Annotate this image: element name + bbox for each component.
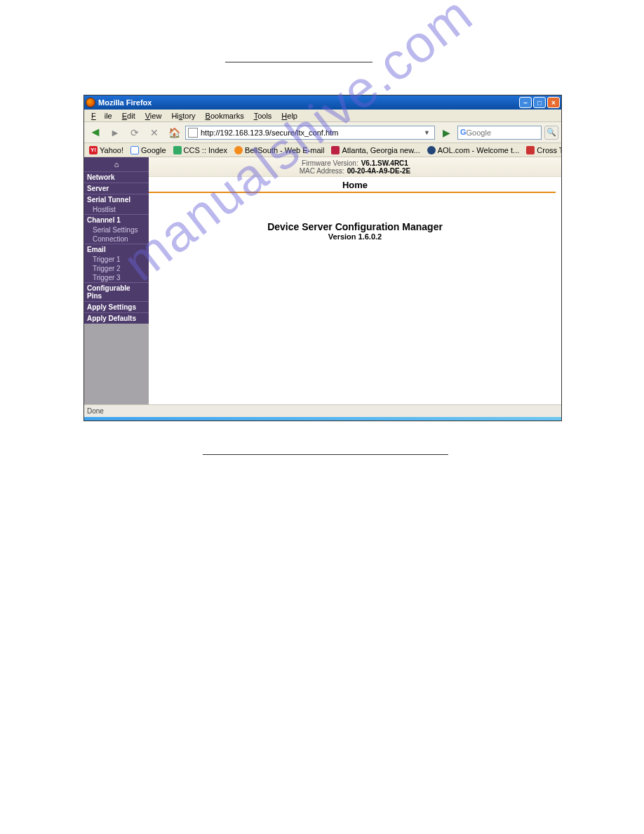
main-heading: Device Server Configuration Manager xyxy=(149,221,561,232)
menu-edit[interactable]: Edit xyxy=(118,111,140,121)
search-box[interactable]: G xyxy=(457,126,542,140)
menu-file[interactable]: File xyxy=(87,111,116,121)
sidebar-network[interactable]: Network xyxy=(84,171,149,183)
menu-bookmarks[interactable]: Bookmarks xyxy=(201,111,248,121)
bookmark-ccs[interactable]: CCS :: Index xyxy=(171,146,229,154)
cross-icon xyxy=(526,146,535,154)
search-submit-button[interactable]: 🔍 xyxy=(544,126,558,140)
bookmarks-bar: Y!Yahoo! Google CCS :: Index BellSouth -… xyxy=(84,143,561,157)
status-bar: Done xyxy=(84,404,561,417)
bookmark-bellsouth[interactable]: BellSouth - Web E-mail xyxy=(232,146,327,154)
sidebar-configurable-pins[interactable]: Configurable Pins xyxy=(84,282,149,301)
firefox-icon xyxy=(86,98,95,107)
magnifier-icon: 🔍 xyxy=(546,128,556,137)
browser-window: Mozilla Firefox – □ × File Edit View His… xyxy=(83,95,562,421)
menu-help[interactable]: Help xyxy=(277,111,302,121)
sidebar: ⌂ Network Server Serial Tunnel Hostlist … xyxy=(84,157,149,404)
menu-bar: File Edit View History Bookmarks Tools H… xyxy=(84,110,561,122)
home-icon: 🏠 xyxy=(168,127,180,138)
page-content: ⌂ Network Server Serial Tunnel Hostlist … xyxy=(84,157,561,404)
url-bar[interactable]: ▼ xyxy=(185,126,435,140)
sidebar-email[interactable]: Email xyxy=(84,244,149,255)
forward-button[interactable]: ► xyxy=(107,124,123,141)
go-arrow-icon: ▶ xyxy=(443,127,450,138)
bookmark-aol[interactable]: AOL.com - Welcome t... xyxy=(425,146,522,154)
reload-button[interactable]: ⟳ xyxy=(126,124,143,141)
url-input[interactable] xyxy=(201,128,422,137)
sidebar-apply-defaults[interactable]: Apply Defaults xyxy=(84,312,149,324)
home-button[interactable]: 🏠 xyxy=(166,124,182,141)
maximize-button[interactable]: □ xyxy=(533,97,546,108)
sidebar-channel1[interactable]: Channel 1 xyxy=(84,214,149,225)
home-icon: ⌂ xyxy=(114,160,119,168)
sidebar-hostlist[interactable]: Hostlist xyxy=(84,205,149,214)
horizontal-rule xyxy=(203,454,448,455)
sidebar-apply-settings[interactable]: Apply Settings xyxy=(84,301,149,312)
atlanta-icon xyxy=(331,146,340,154)
back-button[interactable]: ◄ xyxy=(87,124,104,141)
url-dropdown-icon[interactable]: ▼ xyxy=(422,129,432,136)
bookmark-google[interactable]: Google xyxy=(128,146,168,154)
sidebar-serial-tunnel[interactable]: Serial Tunnel xyxy=(84,194,149,205)
main-panel: Firmware Version: V6.1.SW.4RC1 MAC Addre… xyxy=(149,157,561,404)
menu-view[interactable]: View xyxy=(141,111,166,121)
firmware-banner: Firmware Version: V6.1.SW.4RC1 MAC Addre… xyxy=(149,157,561,177)
page-title: Home xyxy=(149,177,561,192)
stop-button[interactable]: ✕ xyxy=(146,124,163,141)
back-arrow-icon: ◄ xyxy=(89,125,102,140)
aol-icon xyxy=(427,146,436,154)
horizontal-rule xyxy=(225,62,373,62)
sidebar-trigger1[interactable]: Trigger 1 xyxy=(84,255,149,264)
yahoo-icon: Y! xyxy=(89,146,98,154)
sidebar-trigger3[interactable]: Trigger 3 xyxy=(84,273,149,282)
task-stripe xyxy=(84,417,561,421)
bookmark-yahoo[interactable]: Y!Yahoo! xyxy=(87,146,126,154)
menu-history[interactable]: History xyxy=(167,111,199,121)
forward-arrow-icon: ► xyxy=(110,127,120,138)
bookmark-cross[interactable]: Cross Technologies, I... xyxy=(524,146,561,154)
sidebar-server[interactable]: Server xyxy=(84,183,149,194)
sidebar-trigger2[interactable]: Trigger 2 xyxy=(84,264,149,273)
nav-toolbar: ◄ ► ⟳ ✕ 🏠 ▼ ▶ G 🔍 xyxy=(84,122,561,143)
version-text: Version 1.6.0.2 xyxy=(149,232,561,241)
google-icon xyxy=(130,146,139,154)
go-button[interactable]: ▶ xyxy=(438,124,455,141)
sidebar-connection[interactable]: Connection xyxy=(84,234,149,244)
bookmark-atlanta[interactable]: Atlanta, Georgia new... xyxy=(329,146,422,154)
status-text: Done xyxy=(87,407,104,415)
google-icon: G xyxy=(460,128,467,138)
firmware-value: V6.1.SW.4RC1 xyxy=(361,159,408,167)
minimize-button[interactable]: – xyxy=(519,97,532,108)
titlebar: Mozilla Firefox – □ × xyxy=(84,95,561,110)
ccs-icon xyxy=(173,146,182,154)
sidebar-home-icon[interactable]: ⌂ xyxy=(84,157,149,171)
window-title: Mozilla Firefox xyxy=(98,98,519,107)
stop-icon: ✕ xyxy=(150,127,159,138)
divider xyxy=(149,192,556,193)
mac-value: 00-20-4A-A9-DE-2E xyxy=(347,167,411,175)
bellsouth-icon xyxy=(234,146,243,154)
firmware-label: Firmware Version: xyxy=(302,159,358,167)
menu-tools[interactable]: Tools xyxy=(250,111,276,121)
mac-label: MAC Address: xyxy=(300,167,344,175)
page-icon xyxy=(188,128,198,138)
sidebar-serial-settings[interactable]: Serial Settings xyxy=(84,225,149,234)
close-button[interactable]: × xyxy=(547,97,560,108)
reload-icon: ⟳ xyxy=(130,127,139,138)
